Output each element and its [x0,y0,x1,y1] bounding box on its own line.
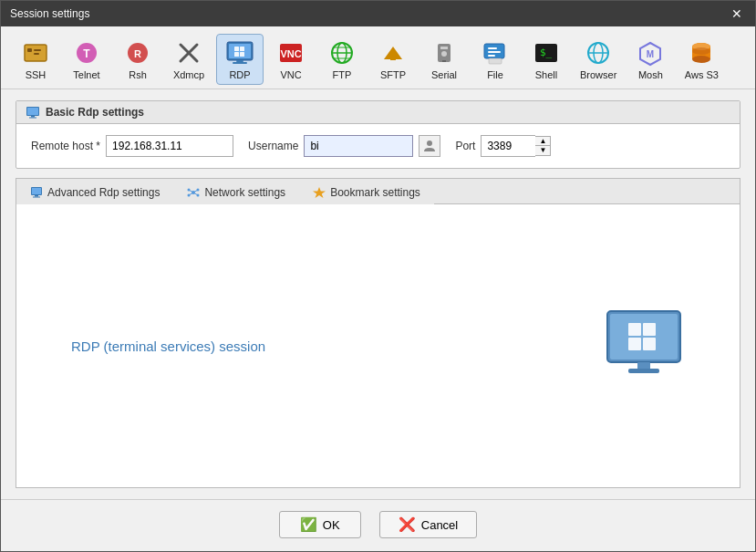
svg-point-45 [692,56,710,63]
svg-text:VNC: VNC [280,48,301,59]
svg-rect-25 [390,54,396,60]
tab-content-area: RDP (terminal services) session [16,204,740,487]
svg-rect-12 [234,47,239,51]
cancel-label: Cancel [421,518,458,532]
session-settings-window: Session settings ✕ SSH T Telnet R Rsh [0,0,756,552]
username-input[interactable] [304,135,413,157]
file-icon [481,38,510,68]
tab-bookmark-label: Bookmark settings [330,186,420,199]
tab-advanced-rdp[interactable]: Advanced Rdp settings [16,180,173,204]
tab-bar: Advanced Rdp settings Network set [16,179,740,204]
vnc-label: VNC [280,69,301,80]
sftp-label: SFTP [380,69,406,80]
sidebar-item-xdmcp[interactable]: Xdmcp [165,34,212,85]
port-spinner: ▲ ▼ [481,135,551,157]
basic-rdp-section: Basic Rdp settings Remote host * Usernam… [16,100,740,169]
svg-rect-13 [240,47,244,51]
shell-label: Shell [535,69,557,80]
close-button[interactable]: ✕ [728,7,746,20]
xdmcp-icon [174,38,203,68]
svg-rect-1 [27,48,32,52]
sidebar-item-rdp[interactable]: RDP [216,34,264,85]
sidebar-item-rsh[interactable]: R Rsh [114,34,161,85]
ok-button[interactable]: ✅ OK [279,511,361,538]
sftp-icon [378,38,408,68]
sidebar-item-ssh[interactable]: SSH [12,34,59,85]
sidebar-item-ftp[interactable]: FTP [318,34,366,85]
ssh-icon [21,38,50,68]
rdp-description-text: RDP (terminal services) session [71,338,265,354]
tab-network-label: Network settings [204,186,285,199]
sidebar-item-serial[interactable]: Serial [420,34,468,85]
remote-host-input[interactable] [106,135,233,157]
footer: ✅ OK ❌ Cancel [1,499,755,551]
svg-rect-73 [637,362,650,370]
sidebar-item-sftp[interactable]: SFTP [369,34,417,85]
port-input[interactable] [481,135,535,157]
svg-rect-71 [628,338,641,350]
svg-rect-56 [33,197,40,198]
username-group: Username [248,135,440,157]
toolbar: SSH T Telnet R Rsh Xdmcp [1,26,755,89]
svg-rect-2 [34,49,41,51]
svg-rect-54 [32,188,41,194]
telnet-label: Telnet [73,69,99,80]
svg-rect-17 [233,62,247,64]
username-label: Username [248,140,298,152]
svg-rect-72 [643,338,656,350]
svg-rect-50 [31,116,35,118]
port-spin-up[interactable]: ▲ [535,137,550,146]
port-spin-buttons: ▲ ▼ [535,136,551,156]
browser-label: Browser [580,69,616,80]
port-group: Port ▲ ▼ [455,135,551,157]
main-content: Basic Rdp settings Remote host * Usernam… [1,89,755,499]
tab-network[interactable]: Network settings [173,180,299,204]
tab-bookmark[interactable]: Bookmark settings [299,180,434,204]
svg-rect-14 [234,52,239,57]
sidebar-item-vnc[interactable]: VNC VNC [267,34,315,85]
cancel-icon: ❌ [399,516,416,533]
tab-advanced-rdp-label: Advanced Rdp settings [47,186,160,199]
rsh-label: Rsh [129,69,147,80]
tabs-section: Advanced Rdp settings Network set [16,178,740,488]
remote-host-group: Remote host * [31,135,233,157]
rdp-monitor-large-icon [603,309,685,382]
rdp-label: RDP [229,69,250,80]
shell-icon: $_ [532,38,561,68]
tab-network-icon [187,186,200,199]
svg-rect-51 [29,118,36,119]
xdmcp-label: Xdmcp [173,69,204,80]
svg-rect-16 [236,60,243,62]
svg-rect-70 [643,323,656,336]
rdp-icon [225,38,254,68]
svg-point-52 [427,141,432,146]
serial-label: Serial [431,69,457,80]
svg-rect-55 [35,195,38,197]
port-spin-down[interactable]: ▼ [535,146,550,155]
svg-rect-68 [610,314,678,359]
cancel-button[interactable]: ❌ Cancel [379,511,477,538]
rsh-icon: R [123,38,152,68]
sidebar-item-telnet[interactable]: T Telnet [63,34,110,85]
svg-rect-3 [34,53,39,55]
svg-rect-15 [240,52,244,57]
tab-monitor-icon [30,186,43,199]
ssh-label: SSH [26,69,47,80]
rdp-large-icon [603,309,685,382]
sidebar-item-shell[interactable]: $_ Shell [523,34,570,85]
sidebar-item-mosh[interactable]: M Mosh [627,34,674,85]
svg-rect-34 [488,55,495,57]
user-picker-button[interactable] [419,135,440,157]
svg-rect-11 [229,44,251,58]
basic-rdp-header: Basic Rdp settings [16,101,740,124]
svg-rect-49 [27,108,38,115]
sidebar-item-awss3[interactable]: Aws S3 [678,34,725,85]
remote-host-label: Remote host * [31,140,100,152]
sidebar-item-browser[interactable]: Browser [574,34,623,85]
mosh-icon: M [636,38,665,68]
ok-label: OK [323,518,340,532]
svg-rect-33 [488,51,501,53]
browser-icon [584,38,613,68]
sidebar-item-file[interactable]: File [471,34,519,85]
telnet-icon: T [72,38,101,68]
